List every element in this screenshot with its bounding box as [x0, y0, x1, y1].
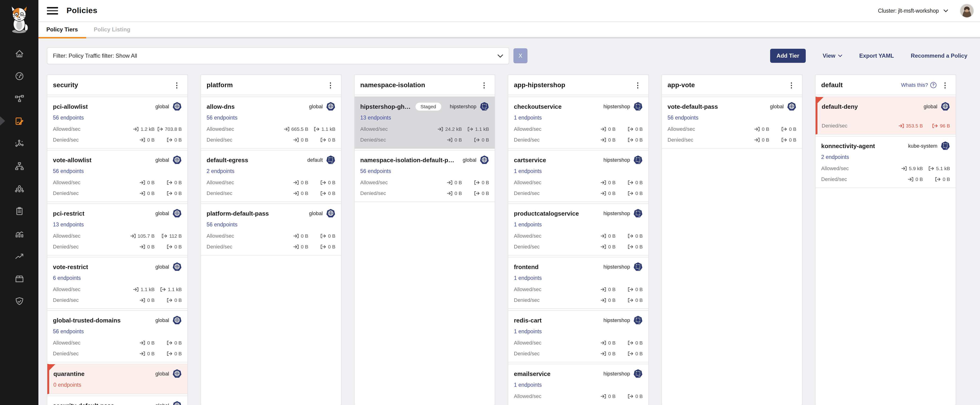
endpoints-link[interactable]: 56 endpoints [207, 222, 237, 228]
policy-card[interactable]: namespace-isolation-default-p…global56 e… [355, 150, 495, 202]
sidebar-item-compliance-clipboard[interactable] [0, 200, 38, 222]
endpoints-link[interactable]: 13 endpoints [53, 222, 84, 228]
ingress-icon [601, 297, 606, 303]
ingress-metric: 1.2 kB [120, 126, 154, 132]
policy-name: pci-restrict [53, 210, 84, 217]
policy-card[interactable]: vote-restrictglobal6 endpointsAllowed/se… [47, 257, 188, 309]
policy-card[interactable]: hipstershop-gh…Stagedhipstershopns13 end… [355, 97, 495, 148]
metric-row: Allowed/sec0 B0 B [207, 233, 336, 239]
sidebar-item-inventory-box[interactable] [0, 267, 38, 290]
endpoints-link[interactable]: 56 endpoints [53, 115, 84, 121]
cluster-selector[interactable]: Cluster: jlt-msft-workshop [878, 8, 948, 14]
policy-card[interactable]: security-default-passglobal [47, 395, 188, 405]
endpoints-link[interactable]: 1 endpoints [514, 222, 542, 228]
tier-menu-icon[interactable]: ⋮ [479, 80, 489, 89]
policy-traffic-filter-select[interactable]: Filter: Policy Traffic filter: Show All [47, 47, 509, 64]
egress-icon [628, 233, 633, 238]
endpoints-link[interactable]: 56 endpoints [53, 328, 84, 335]
tier-name: platform [207, 81, 233, 89]
endpoints-link[interactable]: 0 endpoints [53, 382, 81, 389]
tab-policy-tiers[interactable]: Policy Tiers [46, 26, 78, 33]
policy-card[interactable]: cartservicehipstershopns1 endpointsAllow… [508, 150, 648, 202]
ingress-icon [130, 233, 136, 238]
policy-card[interactable]: platform-default-passglobal56 endpointsA… [201, 203, 341, 255]
policy-name: vote-allowlist [53, 156, 92, 163]
policy-card[interactable]: frontendhipstershopns1 endpointsAllowed/… [508, 257, 648, 309]
endpoints-link[interactable]: 1 endpoints [514, 328, 542, 335]
sidebar-item-service-graph[interactable] [0, 87, 38, 110]
sidebar-item-dashboard[interactable] [0, 65, 38, 87]
policy-card[interactable]: global-trusted-domainsglobal56 endpoints… [47, 310, 188, 362]
export-yaml-button[interactable]: Export YAML [859, 53, 894, 59]
endpoints-link[interactable]: 56 endpoints [207, 115, 237, 121]
menu-icon[interactable] [47, 7, 58, 14]
endpoints-link[interactable]: 2 endpoints [207, 168, 234, 175]
policy-card[interactable]: allow-dnsglobal56 endpointsAllowed/sec66… [201, 97, 341, 148]
endpoints-link[interactable]: 1 endpoints [514, 275, 542, 282]
ingress-metric: 0 B [581, 351, 616, 356]
endpoints-link[interactable]: 56 endpoints [53, 168, 84, 175]
egress-metric: 112 B [154, 233, 182, 239]
egress-metric: 0 B [462, 137, 489, 142]
tier-menu-icon[interactable]: ⋮ [940, 80, 950, 89]
tier-menu-icon[interactable]: ⋮ [326, 80, 336, 89]
policy-name: redis-cart [514, 317, 542, 324]
policy-card[interactable]: checkoutservicehipstershopns1 endpointsA… [508, 97, 648, 148]
sidebar-item-home[interactable] [0, 42, 38, 65]
scope-label: default [307, 157, 323, 163]
policy-card[interactable]: konnectivity-agentkube-systemns2 endpoin… [816, 136, 956, 188]
policy-card[interactable]: pci-allowlistglobal56 endpointsAllowed/s… [47, 97, 188, 148]
endpoints-link[interactable]: 56 endpoints [668, 115, 698, 121]
endpoints-link[interactable]: 56 endpoints [360, 168, 391, 175]
egress-icon [628, 351, 633, 356]
policy-card[interactable]: vote-allowlistglobal56 endpointsAllowed/… [47, 150, 188, 202]
svg-text:ns: ns [331, 162, 333, 164]
policy-card[interactable]: quarantineglobal0 endpoints [47, 364, 188, 394]
calico-logo[interactable] [6, 4, 32, 34]
ingress-icon [447, 137, 452, 142]
recommend-policy-button[interactable]: Recommend a Policy [911, 53, 967, 59]
scope-label: global [155, 371, 169, 376]
policy-card[interactable]: redis-carthipstershopns1 endpointsAllowe… [508, 310, 648, 362]
add-tier-button[interactable]: Add Tier [770, 49, 806, 63]
endpoints-link[interactable]: 2 endpoints [821, 154, 849, 161]
tier-menu-icon[interactable]: ⋮ [172, 80, 182, 89]
ingress-metric: 0 B [120, 244, 154, 249]
tier-menu-icon[interactable]: ⋮ [786, 80, 796, 89]
policy-card[interactable]: default-denyglobalDenied/sec353.5 B96 B [816, 97, 956, 134]
policy-card[interactable]: vote-default-passglobal56 endpointsAllow… [662, 97, 802, 148]
policy-card[interactable]: pci-restrictglobal13 endpointsAllowed/se… [47, 203, 188, 255]
metric-label: Denied/sec [668, 137, 693, 142]
sidebar-item-flow-logs[interactable] [0, 222, 38, 245]
svg-text:ns: ns [638, 322, 640, 324]
clear-filter-button[interactable]: X [514, 48, 528, 63]
sidebar-item-threat-shield[interactable] [0, 290, 38, 312]
view-button[interactable]: View [822, 53, 842, 59]
policies-icon [14, 116, 24, 126]
filter-value: Filter: Policy Traffic filter: Show All [53, 53, 137, 59]
tier-menu-icon[interactable]: ⋮ [633, 80, 643, 89]
ingress-metric: 0 B [120, 351, 154, 356]
sidebar-item-policies[interactable] [0, 110, 38, 132]
sidebar-item-workloads[interactable] [0, 177, 38, 200]
tab-policy-listing[interactable]: Policy Listing [94, 26, 130, 33]
endpoints-link[interactable]: 13 endpoints [360, 115, 391, 121]
policy-name: cartservice [514, 156, 546, 163]
whats-this-link[interactable]: Whats this? ? [901, 82, 936, 88]
sidebar-item-network-nodes[interactable] [0, 132, 38, 155]
policy-card[interactable]: productcatalogservicehipstershopns1 endp… [508, 203, 648, 255]
metric-label: Denied/sec [514, 190, 540, 196]
globe-icon [172, 209, 182, 218]
sidebar-item-sitemap[interactable] [0, 155, 38, 177]
endpoints-link[interactable]: 1 endpoints [514, 382, 542, 389]
metric-row: Denied/sec0 B0 B [668, 136, 796, 143]
metric-row: Denied/sec0 B0 B [53, 190, 182, 196]
policy-card[interactable]: default-egressdefaultns2 endpointsAllowe… [201, 150, 341, 202]
sidebar-item-trends[interactable] [0, 245, 38, 267]
user-avatar[interactable] [960, 4, 974, 18]
endpoints-link[interactable]: 6 endpoints [53, 275, 81, 282]
ingress-metric: 0 B [581, 244, 616, 249]
endpoints-link[interactable]: 1 endpoints [514, 168, 542, 175]
endpoints-link[interactable]: 1 endpoints [514, 115, 542, 121]
policy-card[interactable]: emailservicehipstershopns1 endpointsAllo… [508, 364, 648, 405]
